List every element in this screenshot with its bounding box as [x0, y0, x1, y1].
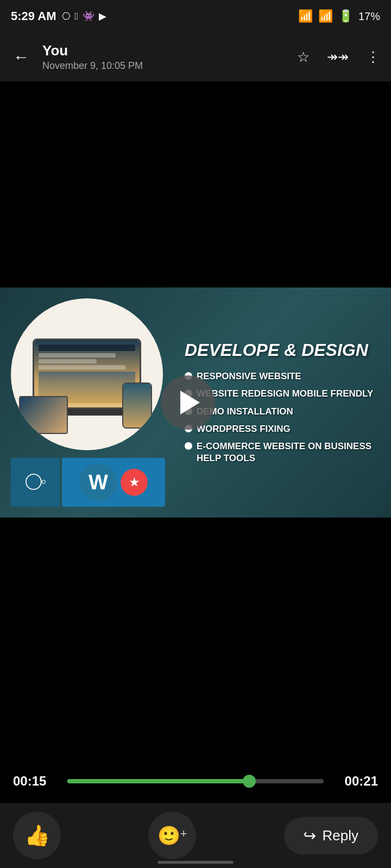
plugin-icon: ⧂ — [25, 470, 46, 495]
facebook-icon:  — [75, 11, 79, 22]
service-list: RESPONSIVE WEBSITE WEBSITE REDESIGN MOBI… — [185, 371, 382, 464]
phone-mockup — [122, 382, 152, 429]
service-item-4: WORDPRESS FIXING — [185, 423, 382, 435]
wp-extra-icon: ★ — [121, 469, 148, 496]
devices-circle — [11, 298, 163, 450]
progress-bar-container[interactable] — [67, 779, 324, 783]
tablet-mockup — [19, 396, 68, 434]
content-area: ⧂ W ★ DEVELOPE & DESIGN RESP — [0, 81, 391, 803]
tablet-screen — [20, 397, 67, 433]
video-left: ⧂ W ★ — [0, 288, 185, 518]
toolbar: ← You November 9, 10:05 PM ☆ ↠↠ ⋮ — [0, 33, 391, 81]
battery-percent: 17% — [358, 10, 380, 23]
home-indicator — [157, 861, 234, 864]
black-top-area — [0, 81, 391, 288]
star-button[interactable]: ☆ — [295, 47, 312, 68]
toolbar-info: You November 9, 10:05 PM — [42, 42, 286, 72]
plugin-icon-box: ⧂ — [11, 458, 60, 507]
video-container[interactable]: ⧂ W ★ DEVELOPE & DESIGN RESP — [0, 288, 391, 518]
toolbar-actions: ☆ ↠↠ ⋮ — [295, 47, 382, 68]
notification-icon: ⎔ — [62, 10, 71, 22]
current-time: 00:15 — [13, 774, 56, 789]
toolbar-title: You — [42, 42, 286, 59]
wifi-icon: 📶 — [298, 9, 313, 23]
bottom-action-bar: 👍 🙂+ ↩ Reply — [0, 803, 391, 868]
toolbar-subtitle: November 9, 10:05 PM — [42, 60, 286, 72]
signal-icon: 📶 — [318, 9, 333, 23]
reply-button[interactable]: ↩ Reply — [284, 817, 378, 854]
wordpress-icon-box: W ★ — [62, 458, 165, 507]
bottom-icons-row: ⧂ W ★ — [11, 458, 174, 507]
video-title: DEVELOPE & DESIGN — [185, 341, 382, 360]
progress-area: 00:15 00:21 — [0, 760, 391, 803]
more-options-button[interactable]: ⋮ — [364, 47, 382, 68]
thumbs-up-button[interactable]: 👍 — [13, 812, 61, 859]
progress-thumb[interactable] — [243, 775, 256, 788]
emoji-add-button[interactable]: 🙂+ — [148, 812, 196, 859]
back-button[interactable]: ← — [9, 43, 34, 71]
service-item-5: E-COMMERCE WEBSITE ON BUSINESS HELP TOOL… — [185, 441, 382, 464]
forward-button[interactable]: ↠↠ — [325, 47, 351, 67]
bullet-5 — [185, 442, 192, 450]
status-right: 📶 📶 🔋 17% — [298, 9, 380, 23]
reply-icon: ↩ — [304, 827, 316, 845]
thumbs-up-icon: 👍 — [24, 824, 50, 847]
laptop-nav-bar — [39, 344, 135, 351]
laptop-content — [39, 353, 135, 369]
black-bottom-area — [0, 518, 391, 713]
status-left: 5:29 AM ⎔  👾 ▶ — [11, 9, 106, 23]
status-icons: ⎔  👾 ▶ — [62, 10, 107, 22]
status-bar: 5:29 AM ⎔  👾 ▶ 📶 📶 🔋 17% — [0, 0, 391, 33]
play-button[interactable] — [161, 375, 215, 430]
game-icon: 👾 — [83, 10, 94, 22]
battery-icon: 🔋 — [338, 9, 353, 23]
emoji-add-icon: 🙂+ — [157, 825, 187, 846]
play-triangle-icon — [180, 391, 200, 414]
service-item-1: RESPONSIVE WEBSITE — [185, 371, 382, 382]
total-time: 00:21 — [335, 774, 378, 789]
status-time: 5:29 AM — [11, 9, 56, 23]
progress-bar-fill — [67, 779, 249, 783]
phone-screen — [123, 384, 151, 427]
youtube-icon: ▶ — [99, 10, 106, 22]
video-right: DEVELOPE & DESIGN RESPONSIVE WEBSITE WEB… — [185, 288, 391, 518]
reply-label: Reply — [323, 827, 358, 844]
video-thumbnail: ⧂ W ★ DEVELOPE & DESIGN RESP — [0, 288, 391, 518]
wp-circle: W — [79, 463, 117, 501]
